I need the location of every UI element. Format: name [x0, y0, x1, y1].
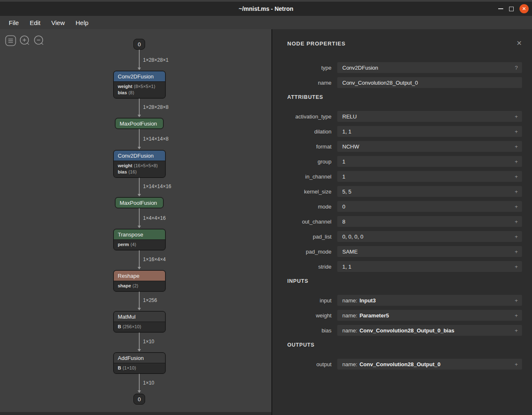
- value-text: Conv_Convolution28_Output_0: [359, 361, 440, 367]
- section-heading-outputs: OUTPUTS: [287, 342, 522, 348]
- graph-node-conv2dfusion[interactable]: Conv2DFusionweight ⟨16×5×5×8⟩bias ⟨16⟩: [113, 150, 166, 178]
- graph-node-reshape[interactable]: Reshapeshape ⟨2⟩: [113, 270, 166, 292]
- property-value-pad_list[interactable]: 0, 0, 0, 0+: [337, 231, 522, 242]
- menu-item-view[interactable]: View: [46, 18, 70, 28]
- property-row-mode: mode0+: [287, 201, 522, 212]
- expand-icon[interactable]: +: [514, 361, 518, 367]
- value-text: 8: [342, 219, 345, 225]
- value-text: 5, 5: [342, 189, 351, 195]
- property-row-input: inputname:Input3+: [287, 295, 522, 306]
- graph-io-node[interactable]: 0: [133, 394, 145, 405]
- properties-panel: NODE PROPERTIES ✕ typeConv2DFusion?nameC…: [272, 29, 532, 415]
- menu-icon[interactable]: [5, 35, 16, 46]
- edge-arrowhead-icon: [138, 194, 141, 196]
- edge-line: [139, 290, 140, 308]
- value-prefix: name:: [342, 297, 357, 304]
- property-label: output: [287, 361, 331, 367]
- edge-shape-label: 1×10: [143, 339, 154, 345]
- zoom-out-icon[interactable]: [33, 35, 45, 46]
- panel-header: NODE PROPERTIES ✕: [287, 40, 522, 47]
- maximize-button[interactable]: [509, 7, 514, 11]
- property-value-out_channel[interactable]: 8+: [337, 216, 522, 227]
- section-heading-inputs: INPUTS: [287, 278, 522, 284]
- graph-node-addfusion[interactable]: AddFusionB ⟨1×10⟩: [113, 352, 166, 374]
- zoom-in-icon[interactable]: [19, 35, 30, 46]
- menu-item-edit[interactable]: Edit: [24, 18, 46, 28]
- edge-arrowhead-icon: [138, 308, 141, 310]
- edge-line: [139, 249, 140, 267]
- graph-io-node[interactable]: 0: [133, 39, 145, 50]
- expand-icon[interactable]: +: [514, 204, 518, 210]
- property-value-weight[interactable]: name:Parameter5+: [337, 310, 522, 321]
- expand-icon[interactable]: +: [514, 249, 518, 255]
- property-label: activation_type: [287, 113, 331, 120]
- menu-item-help[interactable]: Help: [70, 18, 94, 28]
- graph-node-maxpoolfusion[interactable]: MaxPoolFusion: [115, 197, 163, 208]
- panel-close-icon[interactable]: ✕: [517, 40, 522, 47]
- graph-node-maxpoolfusion[interactable]: MaxPoolFusion: [115, 118, 163, 129]
- node-title: AddFusion: [114, 353, 165, 363]
- edge-arrowhead-icon: [138, 349, 141, 352]
- property-label: name: [287, 80, 331, 86]
- expand-icon[interactable]: +: [514, 219, 518, 225]
- property-value-bias[interactable]: name:Conv_Convolution28_Output_0_bias+: [337, 325, 522, 336]
- property-label: out_channel: [287, 219, 331, 225]
- property-value-stride[interactable]: 1, 1+: [337, 261, 522, 272]
- property-value-name[interactable]: Conv_Convolution28_Output_0: [337, 77, 522, 88]
- expand-icon[interactable]: +: [514, 113, 518, 120]
- property-value-output[interactable]: name:Conv_Convolution28_Output_0+: [337, 359, 522, 370]
- expand-icon[interactable]: +: [514, 264, 518, 270]
- property-value-activation_type[interactable]: RELU+: [337, 111, 522, 122]
- graph-edge: 1×16×4×4: [139, 249, 140, 269]
- close-button[interactable]: ✕: [519, 4, 529, 13]
- expand-icon[interactable]: +: [514, 234, 518, 240]
- edge-arrowhead-icon: [138, 68, 141, 70]
- property-value-group[interactable]: 1+: [337, 156, 522, 167]
- graph-node-matmul[interactable]: MatMulB ⟨256×10⟩: [113, 311, 166, 332]
- expand-icon[interactable]: +: [514, 297, 518, 304]
- edge-shape-label: 1×10: [143, 380, 154, 386]
- property-label: weight: [287, 312, 331, 319]
- property-value-pad_mode[interactable]: SAME+: [337, 246, 522, 257]
- property-value-dilation[interactable]: 1, 1+: [337, 126, 522, 137]
- window-controls: ✕: [498, 2, 529, 16]
- edge-shape-label: 1×14×14×8: [143, 136, 168, 142]
- graph-node-conv2dfusion[interactable]: Conv2DFusionweight ⟨8×5×5×1⟩bias ⟨8⟩: [113, 71, 166, 98]
- expand-icon[interactable]: +: [514, 128, 518, 135]
- graph-node-transpose[interactable]: Transposeperm ⟨4⟩: [113, 229, 166, 250]
- node-attr-weight: weight ⟨16×5×5×8⟩: [118, 163, 161, 169]
- property-value-type[interactable]: Conv2DFusion?: [337, 62, 522, 73]
- property-value-mode[interactable]: 0+: [337, 201, 522, 212]
- node-attr-b: B ⟨256×10⟩: [118, 324, 161, 330]
- menu-item-file[interactable]: File: [3, 18, 24, 28]
- expand-icon[interactable]: +: [514, 189, 518, 195]
- property-row-kernel_size: kernel_size5, 5+: [287, 186, 522, 197]
- section-heading-attributes: ATTRIBUTES: [287, 94, 522, 100]
- graph-edge: 1×14×14×16: [139, 176, 140, 196]
- graph-canvas[interactable]: 1×28×28×11×28×28×81×14×14×81×14×14×161×4…: [0, 29, 271, 415]
- expand-icon[interactable]: +: [514, 312, 518, 319]
- node-title: Transpose: [114, 229, 165, 239]
- value-text: RELU: [342, 113, 357, 120]
- property-value-format[interactable]: NCHW+: [337, 141, 522, 152]
- edge-shape-label: 1×14×14×16: [143, 184, 171, 189]
- help-icon[interactable]: ?: [515, 65, 518, 71]
- property-row-stride: stride1, 1+: [287, 261, 522, 272]
- expand-icon[interactable]: +: [514, 327, 518, 334]
- node-title: MaxPoolFusion: [115, 198, 163, 208]
- expand-icon[interactable]: +: [514, 174, 518, 180]
- graph-edge: 1×256: [139, 290, 140, 310]
- minimize-button[interactable]: [498, 8, 503, 9]
- node-title: Conv2DFusion: [114, 71, 165, 81]
- graph-edge: 1×14×14×8: [139, 128, 140, 149]
- value-text: 1: [342, 158, 345, 165]
- property-row-format: formatNCHW+: [287, 141, 522, 152]
- graph-edge: 1×10: [139, 331, 140, 352]
- expand-icon[interactable]: +: [514, 158, 518, 165]
- property-value-in_channel[interactable]: 1+: [337, 171, 522, 182]
- property-value-kernel_size[interactable]: 5, 5+: [337, 186, 522, 197]
- property-value-input[interactable]: name:Input3+: [337, 295, 522, 306]
- value-text: Conv2DFusion: [342, 65, 378, 71]
- expand-icon[interactable]: +: [514, 143, 518, 150]
- titlebar[interactable]: ~/mnist.ms - Netron ✕: [0, 2, 532, 16]
